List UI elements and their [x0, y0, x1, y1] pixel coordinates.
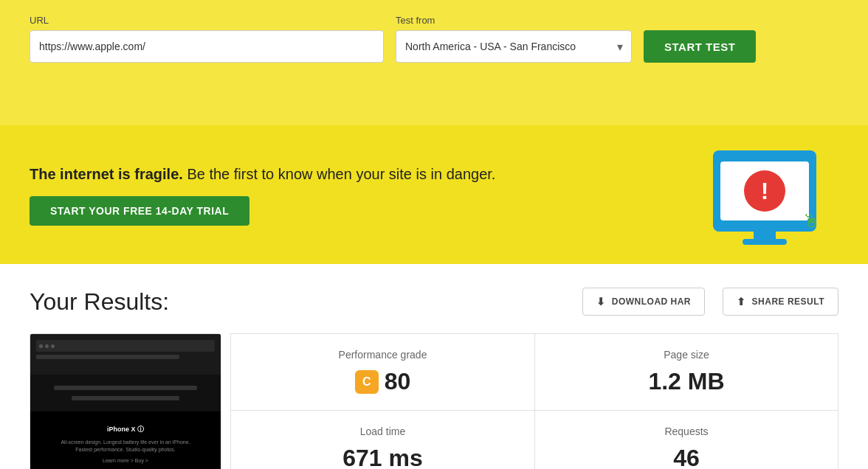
loadtime-number: 671 ms — [342, 445, 423, 469]
banner-headline-rest: Be the first to know when your site is i… — [183, 166, 496, 182]
location-select[interactable]: North America - USA - San Francisco Euro… — [396, 30, 632, 63]
results-grid: iPhone X ⓘ All-screen design. Longest ba… — [30, 333, 838, 469]
performance-value: C 80 — [355, 368, 411, 395]
results-header: Your Results: ⬇ DOWNLOAD HAR ⬆ SHARE RES… — [30, 288, 838, 316]
nav-dot-2 — [45, 344, 49, 348]
screenshot-content — [30, 375, 221, 411]
url-input[interactable] — [30, 30, 384, 63]
banner-section: The internet is fragile. Be the first to… — [0, 125, 868, 264]
header-section: URL Test from North America - USA - San … — [0, 0, 868, 125]
url-row: URL Test from North America - USA - San … — [30, 15, 838, 63]
nav-dot-3 — [51, 344, 55, 348]
monitor-icon: ! — [713, 150, 816, 232]
share-result-button[interactable]: ⬆ SHARE RESULT — [723, 288, 838, 316]
results-section: Your Results: ⬇ DOWNLOAD HAR ⬆ SHARE RES… — [0, 264, 868, 469]
pagesize-label: Page size — [664, 349, 709, 361]
warning-icon: ! — [744, 170, 785, 212]
requests-value: 46 — [673, 445, 700, 469]
location-field-group: Test from North America - USA - San Fran… — [396, 15, 632, 63]
iphone-desc: All-screen design. Longest battery life … — [61, 439, 190, 454]
pagesize-number: 1.2 MB — [648, 368, 724, 395]
performance-label: Performance grade — [339, 349, 427, 361]
download-har-label: DOWNLOAD HAR — [612, 296, 691, 307]
monitor-screen: ! — [720, 161, 809, 220]
banner-text-area: The internet is fragile. Be the first to… — [30, 164, 691, 226]
grade-badge: C — [355, 370, 379, 394]
loadtime-value: 671 ms — [342, 445, 423, 469]
metric-card-loadtime: Load time 671 ms — [230, 410, 534, 469]
metric-card-performance: Performance grade C 80 — [230, 333, 534, 410]
content-line-3 — [72, 396, 179, 400]
url-field-group: URL — [30, 15, 384, 63]
content-line-1 — [36, 355, 179, 359]
banner-illustration: ! 🖱 — [691, 143, 838, 246]
loadtime-label: Load time — [360, 425, 405, 437]
url-label: URL — [30, 15, 384, 26]
download-har-button[interactable]: ⬇ DOWNLOAD HAR — [582, 288, 705, 316]
performance-score: 80 — [385, 368, 411, 395]
banner-headline: The internet is fragile. Be the first to… — [30, 164, 691, 184]
iphone-links: Learn more > Buy > — [103, 457, 148, 465]
download-icon: ⬇ — [596, 296, 606, 308]
pagesize-value: 1.2 MB — [648, 368, 724, 395]
metric-card-pagesize: Page size 1.2 MB — [534, 333, 838, 410]
banner-headline-bold: The internet is fragile. — [30, 166, 183, 182]
start-test-button[interactable]: START TEST — [644, 30, 756, 63]
screenshot-card: iPhone X ⓘ All-screen design. Longest ba… — [30, 333, 221, 469]
content-line-2 — [54, 386, 197, 390]
requests-label: Requests — [664, 425, 708, 437]
metric-card-requests: Requests 46 — [534, 410, 838, 469]
monitor-base — [743, 239, 787, 245]
iphone-title: iPhone X ⓘ — [107, 425, 144, 434]
cursor-icon: 🖱 — [802, 211, 820, 232]
screenshot-inner: iPhone X ⓘ All-screen design. Longest ba… — [30, 334, 221, 469]
metrics-grid: Performance grade C 80 Page size 1.2 MB … — [230, 333, 838, 469]
share-result-label: SHARE RESULT — [752, 296, 824, 307]
share-icon: ⬆ — [737, 296, 746, 308]
screenshot-nav — [36, 340, 215, 352]
nav-dot-1 — [39, 344, 43, 348]
screenshot-bottom: iPhone X ⓘ All-screen design. Longest ba… — [30, 411, 221, 469]
screenshot-top — [30, 334, 221, 375]
banner-cta-button[interactable]: START YOUR FREE 14-DAY TRIAL — [30, 196, 249, 226]
requests-number: 46 — [673, 445, 700, 469]
results-title: Your Results: — [30, 288, 565, 316]
test-from-label: Test from — [396, 15, 632, 26]
location-select-wrapper: North America - USA - San Francisco Euro… — [396, 30, 632, 63]
